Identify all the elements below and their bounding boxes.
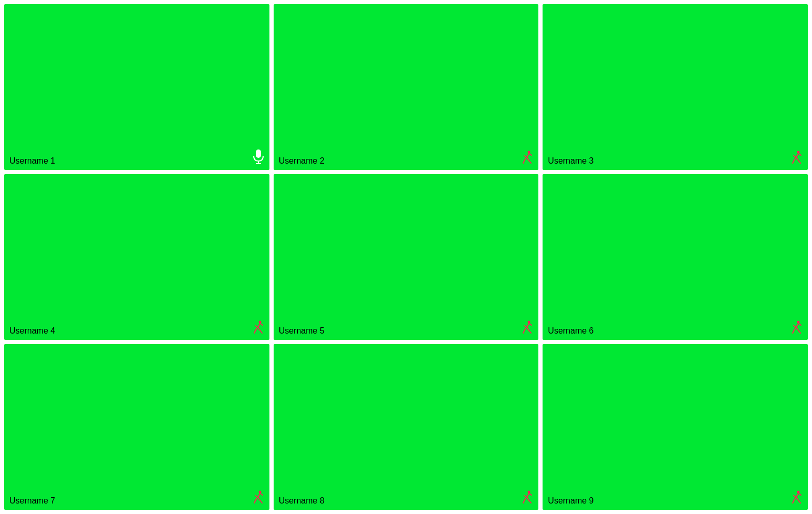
svg-line-33 xyxy=(523,330,525,333)
muted-icon xyxy=(791,151,803,167)
muted-icon xyxy=(253,320,264,337)
svg-line-28 xyxy=(527,324,529,328)
svg-line-23 xyxy=(260,330,262,333)
muted-icon xyxy=(791,320,803,337)
svg-line-4 xyxy=(527,154,529,158)
svg-line-49 xyxy=(254,500,256,503)
svg-line-18 xyxy=(798,154,801,156)
svg-line-58 xyxy=(529,494,532,496)
svg-line-41 xyxy=(793,330,794,333)
svg-line-22 xyxy=(258,327,260,330)
svg-line-34 xyxy=(529,324,532,326)
svg-line-10 xyxy=(529,154,532,156)
username-label-1: Username 1 xyxy=(9,156,55,166)
svg-line-55 xyxy=(529,500,531,503)
video-tile-8[interactable]: Username 8 xyxy=(274,344,539,510)
username-label-7: Username 7 xyxy=(9,496,55,506)
video-tile-5[interactable]: Username 5 xyxy=(274,174,539,340)
svg-line-9 xyxy=(523,160,525,163)
svg-line-54 xyxy=(527,497,529,500)
svg-rect-0 xyxy=(256,149,261,158)
svg-line-31 xyxy=(529,330,531,333)
video-tile-4[interactable]: Username 4 xyxy=(4,174,269,340)
username-label-4: Username 4 xyxy=(9,326,55,336)
muted-icon xyxy=(522,151,533,167)
username-label-5: Username 5 xyxy=(279,326,324,336)
svg-line-12 xyxy=(796,154,798,158)
svg-line-62 xyxy=(796,497,798,500)
muted-icon xyxy=(522,490,533,507)
username-label-2: Username 2 xyxy=(279,156,324,166)
svg-line-50 xyxy=(260,494,263,496)
svg-line-63 xyxy=(798,500,800,503)
svg-line-38 xyxy=(796,327,798,330)
username-label-6: Username 6 xyxy=(548,326,593,336)
username-label-3: Username 3 xyxy=(548,156,593,166)
svg-line-46 xyxy=(258,497,260,500)
svg-line-52 xyxy=(527,494,529,498)
svg-line-65 xyxy=(793,500,794,503)
video-tile-6[interactable]: Username 6 xyxy=(543,174,808,340)
svg-line-44 xyxy=(258,494,260,498)
video-tile-9[interactable]: Username 9 xyxy=(543,344,808,510)
svg-line-26 xyxy=(260,324,263,326)
svg-line-57 xyxy=(523,500,525,503)
muted-icon xyxy=(791,490,803,507)
svg-line-36 xyxy=(796,324,798,328)
svg-line-6 xyxy=(527,157,529,160)
svg-line-30 xyxy=(527,327,529,330)
video-tile-3[interactable]: Username 3 xyxy=(543,4,808,170)
svg-line-42 xyxy=(798,324,801,326)
svg-line-39 xyxy=(798,330,800,333)
muted-icon xyxy=(522,320,533,337)
svg-line-14 xyxy=(796,157,798,160)
video-tile-2[interactable]: Username 2 xyxy=(274,4,539,170)
username-label-9: Username 9 xyxy=(548,496,593,506)
svg-line-66 xyxy=(798,494,801,496)
video-tile-7[interactable]: Username 7 xyxy=(4,344,269,510)
svg-line-7 xyxy=(529,160,531,163)
svg-line-20 xyxy=(258,324,260,328)
username-label-8: Username 8 xyxy=(279,496,324,506)
svg-line-47 xyxy=(260,500,262,503)
svg-line-17 xyxy=(793,160,794,163)
mic-icon xyxy=(253,149,264,167)
video-tile-1[interactable]: Username 1 xyxy=(4,4,269,170)
muted-icon xyxy=(253,490,264,507)
video-grid: Username 1 Username 2 Username 3 xyxy=(0,0,812,514)
svg-line-25 xyxy=(254,330,256,333)
svg-line-15 xyxy=(798,160,800,163)
svg-line-60 xyxy=(796,494,798,498)
